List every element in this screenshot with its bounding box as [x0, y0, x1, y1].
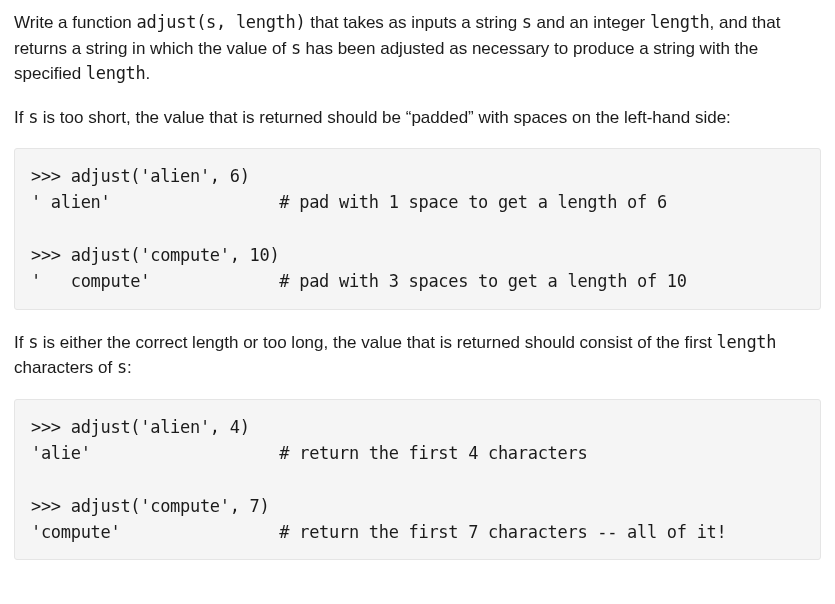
text: is too short, the value that is returned…: [38, 108, 731, 127]
code-example-padding: >>> adjust('alien', 6) ' alien' # pad wi…: [14, 148, 821, 310]
text: If: [14, 108, 28, 127]
text: and an integer: [532, 13, 650, 32]
code-s: s: [522, 12, 532, 32]
text: characters of: [14, 358, 117, 377]
text: is either the correct length or too long…: [38, 333, 716, 352]
code-length: length: [650, 12, 710, 32]
text: Write a function: [14, 13, 137, 32]
code-s: s: [291, 38, 301, 58]
code-s: s: [28, 107, 38, 127]
paragraph-short-case: If s is too short, the value that is ret…: [14, 105, 821, 131]
text: :: [127, 358, 132, 377]
code-s: s: [28, 332, 38, 352]
code-length: length: [717, 332, 777, 352]
text: If: [14, 333, 28, 352]
text: .: [145, 64, 150, 83]
code-adjust-signature: adjust(s, length): [137, 12, 306, 32]
paragraph-intro: Write a function adjust(s, length) that …: [14, 10, 821, 87]
code-example-truncate: >>> adjust('alien', 4) 'alie' # return t…: [14, 399, 821, 561]
paragraph-long-case: If s is either the correct length or too…: [14, 330, 821, 381]
text: that takes as inputs a string: [305, 13, 521, 32]
code-s: s: [117, 357, 127, 377]
code-length: length: [86, 63, 146, 83]
